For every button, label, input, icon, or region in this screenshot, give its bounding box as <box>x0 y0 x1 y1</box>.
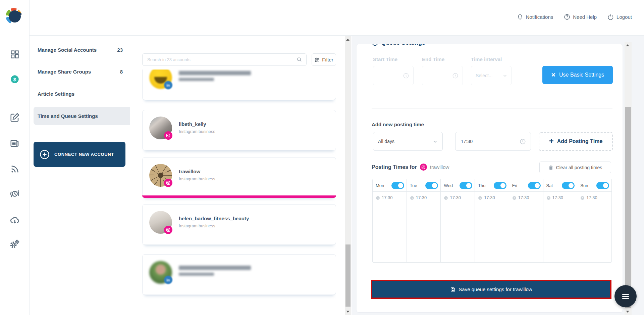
day-header-wed: Wed <box>441 179 475 192</box>
account-name: libeth_kelly <box>179 121 215 127</box>
cloud-download-icon[interactable] <box>10 215 20 225</box>
account-card[interactable]: libeth_kellyInstagram business <box>142 110 336 150</box>
time-interval-select[interactable]: Select... <box>471 66 512 85</box>
top-header: NotificationsNeed HelpLogout <box>30 0 644 36</box>
svg-text:$: $ <box>13 77 16 82</box>
save-queue-settings-button[interactable]: Save queue settings for trawillow <box>372 281 610 298</box>
posting-time-entry[interactable]: 17:30 <box>518 195 529 200</box>
scroll-up-arrow[interactable] <box>346 39 350 41</box>
clock-icon <box>580 195 585 200</box>
power-icon <box>607 14 614 20</box>
sidebar-item-manage-share-groups[interactable]: Manage Share Groups8 <box>30 62 130 81</box>
pricing-dollar-icon[interactable]: $ <box>10 75 19 84</box>
bell-icon <box>517 14 523 20</box>
dashboard-grid-icon[interactable] <box>10 50 19 59</box>
hamburger-menu-icon <box>622 293 629 300</box>
articles-icon[interactable] <box>10 138 20 148</box>
trash-icon <box>548 165 553 170</box>
close-x-icon: ✕ <box>551 72 556 78</box>
connect-new-account-button[interactable]: CONNECT NEW ACCOUNT <box>34 142 125 167</box>
page-scrollbar[interactable] <box>625 42 632 315</box>
day-toggle-wed[interactable] <box>460 182 472 189</box>
save-floppy-icon <box>450 287 455 292</box>
day-times-cell: 17:30 <box>577 192 611 262</box>
help-circle-icon <box>564 14 570 20</box>
day-toggle-fri[interactable] <box>528 182 541 189</box>
day-select-value: All days <box>378 139 394 144</box>
clock-icon <box>410 195 414 200</box>
posting-time-entry[interactable]: 17:30 <box>586 195 597 200</box>
posting-time-entry[interactable]: 17:30 <box>416 195 427 200</box>
posting-time-entry[interactable]: 17:30 <box>552 195 564 200</box>
sidebar-item-article-settings[interactable]: Article Settings <box>30 85 130 103</box>
day-header-fri: Fri <box>509 179 543 192</box>
accounts-scrollbar[interactable] <box>345 36 351 315</box>
queue-time-icon[interactable] <box>10 189 20 199</box>
day-toggle-mon[interactable] <box>391 182 404 189</box>
day-toggle-tue[interactable] <box>425 182 438 189</box>
filter-label: Filter <box>322 57 333 62</box>
plus-circle-icon <box>40 149 50 160</box>
account-card[interactable]: in <box>142 254 336 295</box>
day-header-sun: Sun <box>577 179 611 192</box>
sidebar-item-time-and-queue-settings[interactable]: Time and Queue Settings <box>34 107 130 125</box>
filter-sliders-icon <box>314 57 320 62</box>
account-card-selected[interactable]: trawillowInstagram business <box>142 157 336 198</box>
sidebar-item-manage-social-accounts[interactable]: Manage Social Accounts23 <box>30 41 130 59</box>
clock-icon <box>512 195 517 200</box>
panel-heading-clipped: Queue Settings <box>372 44 425 46</box>
day-times-cell: 17:30 <box>543 192 578 262</box>
scroll-down-arrow[interactable] <box>626 311 629 313</box>
use-basic-settings-button[interactable]: ✕ Use Basic Settings <box>542 66 613 84</box>
posting-time-input[interactable] <box>461 139 501 144</box>
linkedin-badge-icon: in <box>164 81 172 89</box>
blurred-account-name <box>179 71 251 75</box>
header-nav-notifications[interactable]: Notifications <box>517 14 553 20</box>
account-type: Instagram business <box>179 129 215 134</box>
day-toggle-sun[interactable] <box>596 182 609 189</box>
save-button-highlight: Save queue settings for trawillow <box>371 280 611 299</box>
day-times-cell: 17:30 <box>373 192 407 262</box>
end-time-input[interactable] <box>422 66 463 85</box>
accounts-panel: Filter inlibeth_kellyInstagram businesst… <box>130 36 352 315</box>
settings-gears-icon[interactable] <box>9 238 20 249</box>
clock-icon <box>546 195 551 200</box>
day-toggle-sat[interactable] <box>562 182 575 189</box>
floating-menu-button[interactable] <box>614 285 637 307</box>
compose-post-icon[interactable] <box>10 113 20 123</box>
account-list: inlibeth_kellyInstagram businesstrawillo… <box>142 70 336 315</box>
clear-all-posting-times-button[interactable]: Clear all posting times <box>539 162 611 173</box>
circleboom-logo[interactable] <box>6 8 22 24</box>
logo-tail <box>18 12 22 17</box>
header-nav-logout[interactable]: Logout <box>607 14 632 20</box>
day-toggle-thu[interactable] <box>494 182 506 189</box>
filter-button[interactable]: Filter <box>312 53 336 66</box>
rss-feed-icon[interactable] <box>10 165 19 174</box>
section-divider <box>372 108 612 108</box>
day-select[interactable]: All days <box>373 132 443 151</box>
scroll-up-arrow[interactable] <box>626 44 629 46</box>
header-nav-need-help[interactable]: Need Help <box>564 14 597 20</box>
account-name: trawillow <box>179 169 215 174</box>
account-card[interactable]: in <box>142 70 336 100</box>
account-search-input[interactable] <box>147 57 293 62</box>
start-time-input[interactable] <box>373 66 414 85</box>
scroll-down-arrow[interactable] <box>346 311 350 313</box>
time-interval-label: Time interval <box>471 56 502 62</box>
day-times-cell: 17:30 <box>441 192 475 262</box>
linkedin-badge-icon: in <box>164 276 172 284</box>
day-times-cell: 17:30 <box>509 192 543 262</box>
posting-time-field <box>455 132 531 151</box>
instagram-badge-icon <box>420 164 427 171</box>
accounts-scrollbar-thumb[interactable] <box>345 244 351 307</box>
posting-time-entry[interactable]: 17:30 <box>450 195 461 200</box>
posting-time-entry[interactable]: 17:30 <box>484 195 495 200</box>
time-queue-settings-panel: Queue Settings Start Time End Time Time … <box>357 44 623 312</box>
add-posting-time-button[interactable]: + Add Posting Time <box>539 132 613 151</box>
count-badge: 8 <box>120 69 123 75</box>
account-search <box>142 53 307 66</box>
posting-time-entry[interactable]: 17:30 <box>382 195 393 200</box>
account-card[interactable]: helen_barlow_fitness_beautyInstagram bus… <box>142 204 336 245</box>
account-type: Instagram business <box>179 177 215 181</box>
page-scrollbar-thumb[interactable] <box>625 107 631 308</box>
